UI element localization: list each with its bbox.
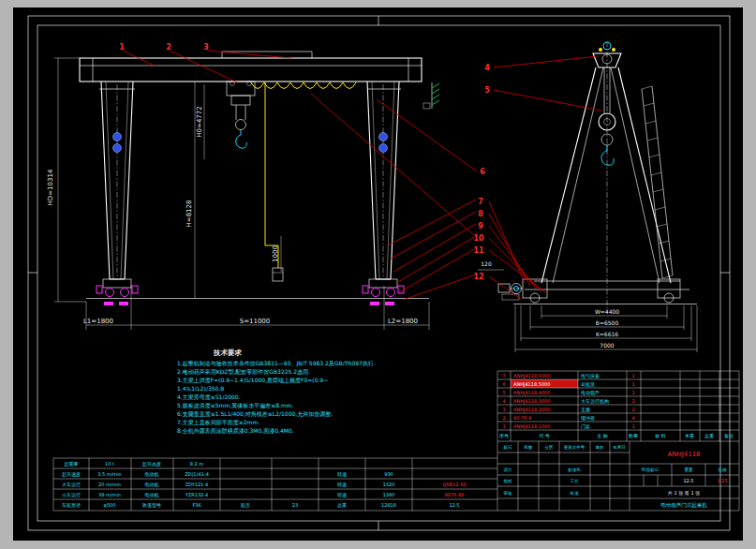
bom-qty: 4 bbox=[631, 415, 634, 421]
rev-label: 更改文件号 bbox=[564, 444, 586, 450]
balloon-10: 10 bbox=[473, 234, 484, 243]
spec-cell: ZD(1)41-4 bbox=[185, 471, 209, 477]
bom-header: 代 号 bbox=[539, 433, 550, 438]
sign-label-design: 设计 bbox=[504, 467, 513, 472]
cad-screenshot: HD=10314 H=8128 H0=4772 1000 L1=1800 S=1… bbox=[0, 0, 756, 549]
spec-cell: 小车运行 bbox=[62, 492, 81, 498]
bom-code: ANHJ4118.1000 bbox=[513, 423, 550, 429]
balloon-12: 12 bbox=[473, 273, 483, 281]
bom-qty: 1 bbox=[631, 373, 634, 378]
spec-cell: 8.2 m bbox=[190, 461, 204, 467]
spec-cell: φ500 bbox=[104, 502, 116, 509]
sign-label-audit: 审核 bbox=[504, 491, 513, 496]
bom-no: 4 bbox=[502, 398, 505, 404]
bom-header: 总重 bbox=[704, 433, 714, 438]
spec-standard-code: QSR12-56 bbox=[442, 482, 466, 487]
spec-cell: 20 m/min bbox=[98, 482, 121, 487]
sign-label-approve: 批准 bbox=[570, 491, 580, 496]
spec-cell: 起重量 bbox=[65, 461, 79, 467]
leg-joint-lower bbox=[113, 144, 122, 153]
sign-label-check: 校对 bbox=[504, 479, 513, 483]
bom-name: 司机室 bbox=[581, 381, 595, 387]
bom-header: 数量 bbox=[629, 433, 638, 438]
dim-l2: L2=1800 bbox=[388, 318, 418, 325]
dim-hd: HD=10314 bbox=[47, 169, 54, 205]
bom-name: 大车运行机构 bbox=[581, 398, 609, 405]
bom-code: ANHJ4118.6000 bbox=[513, 373, 550, 378]
bom-qty: 2 bbox=[631, 398, 634, 404]
bom-qty: 1 bbox=[631, 423, 634, 429]
note-line: 6.支腿垂直度≤1.5L1/400,对角线差≤L2/1000,允许加垫调整. bbox=[177, 410, 333, 418]
spec-cell: 转速 bbox=[337, 482, 347, 487]
spec-cell: 电动机 bbox=[145, 471, 159, 477]
drawing-name: 电动葫芦门式起重机 bbox=[660, 502, 707, 509]
spec-cell: 12.5 bbox=[449, 502, 459, 508]
bom-code: 60-76-8 bbox=[513, 415, 532, 421]
spec-cell: F36 bbox=[192, 502, 200, 508]
bom-code: ANHJ4118.5000 bbox=[513, 381, 550, 387]
note-line: 5.腹板波浪度≤5mm,翼缘板水平偏差≤8.mm. bbox=[177, 402, 294, 409]
note-line: 8.全机外露表面涂防锈底漆0.3M0,面漆0.4M0. bbox=[177, 427, 294, 435]
bom-code: ANHJ4118.3000 bbox=[513, 398, 550, 404]
spec-cell: 轨道型号 bbox=[142, 502, 161, 509]
bom-name: 缓冲器 bbox=[581, 415, 595, 421]
spec-cell: 转速 bbox=[337, 492, 347, 497]
spec-cell: 1380 bbox=[383, 492, 395, 497]
leg-joint-upper bbox=[113, 133, 122, 141]
dim-h0: H0=4772 bbox=[196, 106, 203, 137]
dim-b: B=6500 bbox=[596, 319, 619, 326]
spec-cell: 总重 bbox=[337, 502, 347, 508]
spec-cell: 电动机 bbox=[145, 492, 159, 497]
bom-no: 2 bbox=[502, 415, 505, 421]
note-line: 3.主梁上拱度F=(0.9~1.4)S/1000,悬臂端上翘度F0=(0.9~ bbox=[177, 377, 328, 384]
bom-name: 电动葫芦 bbox=[581, 390, 600, 396]
dim-span: S=11000 bbox=[240, 318, 271, 325]
dim-w: W=4400 bbox=[595, 308, 619, 315]
bom-header: 材 料 bbox=[654, 433, 666, 439]
note-line: 2.电动葫芦采用KDZ型,配套零部件按GB3225.2选用. bbox=[177, 368, 310, 376]
bom-name: 门架 bbox=[581, 423, 590, 429]
spec-cell: 12818 bbox=[381, 502, 396, 508]
dim-overall: 7000 bbox=[600, 342, 614, 349]
balloon-5: 5 bbox=[484, 86, 490, 95]
spec-cell: 轮压 bbox=[241, 502, 250, 509]
notes-title: 技术要求 bbox=[213, 349, 243, 357]
rev-label: 标记 bbox=[503, 444, 513, 451]
bom-no: 6 bbox=[502, 381, 505, 387]
spec-cell: 930 bbox=[384, 471, 393, 477]
spec-cell: 10 t bbox=[105, 461, 114, 467]
bom-code: ANHJ4118.2000 bbox=[513, 407, 550, 412]
balloon-3: 3 bbox=[203, 43, 209, 52]
spec-standard-code: 9876-86 bbox=[445, 492, 465, 497]
bom-qty: 1 bbox=[631, 390, 634, 395]
note-line: 1.起重机制造与验收技术条件按GB3811—93、JB/T 5983.2及GB/… bbox=[177, 360, 376, 367]
rev-label: 签名 bbox=[596, 445, 604, 450]
dim-offset: 120 bbox=[481, 260, 492, 267]
bom-header: 单重 bbox=[685, 433, 694, 438]
dim-l1: L1=1800 bbox=[83, 318, 113, 325]
spec-cell: 23 bbox=[292, 502, 298, 508]
spec-cell: 车轮直径 bbox=[62, 502, 81, 509]
bom-no: 5 bbox=[502, 390, 505, 395]
dim-h: H=8128 bbox=[185, 200, 193, 228]
spec-cell: 起升速度 bbox=[62, 471, 81, 478]
sheet-count: 共 1 张 第 1 张 bbox=[668, 490, 700, 497]
bom-no: 7 bbox=[502, 373, 505, 378]
rev-label: 年月日 bbox=[613, 445, 626, 450]
spec-cell: 转速 bbox=[337, 471, 347, 477]
bom-no: 3 bbox=[502, 407, 505, 412]
spec-cell: 起升高度 bbox=[142, 461, 161, 467]
note-line: 7.主梁上盖板局部平面度≥2mm. bbox=[177, 419, 259, 426]
sign-label-process: 工艺 bbox=[571, 478, 580, 483]
spec-cell: 1320 bbox=[383, 482, 395, 487]
rev-label: 分区 bbox=[545, 444, 555, 450]
rev-label: 处数 bbox=[525, 444, 534, 450]
spec-cell: 大车运行 bbox=[62, 482, 81, 488]
stage-label: 阶段标记 bbox=[642, 467, 660, 473]
dim-hook-length: 1000 bbox=[272, 245, 279, 262]
bom-qty: 2 bbox=[631, 407, 634, 412]
balloon-11: 11 bbox=[473, 246, 484, 255]
bom-header: 名 称 bbox=[597, 433, 608, 438]
spec-cell: ZDY121-4 bbox=[185, 482, 209, 487]
spec-cell: YZR132-4 bbox=[185, 492, 208, 497]
